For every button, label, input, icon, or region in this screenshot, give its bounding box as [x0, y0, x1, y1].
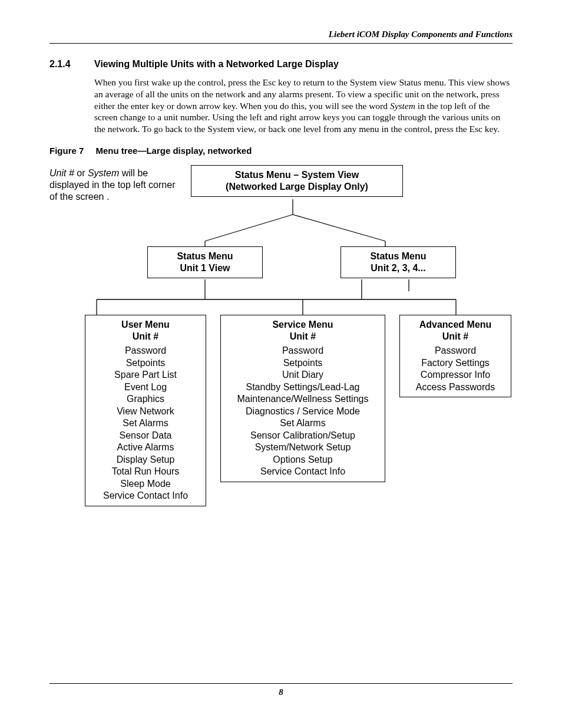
- menu-item: Access Passwords: [405, 381, 506, 393]
- figure-label: Figure 7: [49, 146, 84, 156]
- box-title: Service Menu: [226, 319, 380, 331]
- box-status-system-view: Status Menu – System View (Networked Lar…: [191, 165, 403, 197]
- menu-item: Factory Settings: [405, 357, 506, 369]
- menu-item: Graphics: [90, 393, 201, 405]
- body-paragraph: When you first wake up the control, pres…: [94, 77, 513, 135]
- figure-caption: Figure 7 Menu tree—Large display, networ…: [49, 146, 513, 156]
- note-italic-2: System: [88, 168, 119, 178]
- menu-item: Sensor Calibration/Setup: [226, 430, 380, 442]
- svg-line-1: [205, 215, 293, 241]
- box-status-unit-n: Status Menu Unit 2, 3, 4...: [340, 246, 456, 278]
- section-heading: 2.1.4 Viewing Multiple Units with a Netw…: [49, 59, 513, 70]
- box-line: Status Menu: [346, 251, 451, 262]
- menu-item: Total Run Hours: [90, 466, 201, 477]
- menu-item: Active Alarms: [90, 442, 201, 453]
- svg-line-2: [293, 215, 385, 241]
- box-title: User Menu: [90, 319, 201, 331]
- box-items: PasswordSetpointsSpare Part ListEvent Lo…: [90, 345, 201, 502]
- menu-item: Service Contact Info: [90, 490, 201, 502]
- box-status-unit1: Status Menu Unit 1 View: [147, 246, 263, 278]
- menu-item: Options Setup: [226, 454, 380, 466]
- box-items: PasswordSetpointsUnit DiaryStandby Setti…: [226, 345, 380, 477]
- section-number: 2.1.4: [49, 59, 94, 70]
- menu-item: Unit Diary: [226, 369, 380, 381]
- menu-item: Set Alarms: [226, 417, 380, 429]
- menu-item: Service Contact Info: [226, 466, 380, 477]
- menu-item: Sleep Mode: [90, 478, 201, 490]
- box-line: (Networked Large Display Only): [196, 181, 398, 193]
- menu-item: Diagnostics / Service Mode: [226, 406, 380, 417]
- box-items: PasswordFactory SettingsCompressor InfoA…: [405, 345, 506, 393]
- box-line: Unit 1 View: [153, 262, 257, 274]
- note-italic-1: Unit #: [49, 168, 77, 178]
- diagram-note: Unit # or System will be displayed in th…: [49, 167, 179, 203]
- figure-title: Menu tree—Large display, networked: [96, 146, 252, 156]
- box-line: Unit 2, 3, 4...: [346, 262, 451, 274]
- box-line: Status Menu – System View: [196, 169, 398, 181]
- box-title: Advanced Menu: [405, 319, 506, 331]
- menu-item: Display Setup: [90, 454, 201, 466]
- page-number: 8: [279, 687, 283, 697]
- menu-item: Password: [226, 345, 380, 357]
- box-user-menu: User Menu Unit # PasswordSetpointsSpare …: [85, 315, 206, 506]
- menu-item: Set Alarms: [90, 417, 201, 429]
- menu-item: System/Network Setup: [226, 442, 380, 453]
- box-title: Unit #: [90, 331, 201, 342]
- menu-item: Event Log: [90, 381, 201, 393]
- menu-item: Spare Part List: [90, 369, 201, 381]
- menu-item: View Network: [90, 406, 201, 417]
- box-service-menu: Service Menu Unit # PasswordSetpointsUni…: [220, 315, 385, 482]
- page-footer: 8: [49, 683, 513, 697]
- menu-item: Compressor Info: [405, 369, 506, 381]
- menu-tree-diagram: Unit # or System will be displayed in th…: [49, 162, 513, 533]
- menu-item: Maintenance/Wellness Settings: [226, 393, 380, 405]
- note-text-1: or: [77, 168, 88, 178]
- menu-item: Setpoints: [226, 357, 380, 369]
- menu-item: Standby Settings/Lead-Lag: [226, 381, 380, 393]
- page: Liebert iCOM Display Components and Func…: [0, 0, 562, 728]
- box-line: Status Menu: [153, 251, 257, 262]
- menu-item: Password: [90, 345, 201, 357]
- menu-item: Password: [405, 345, 506, 357]
- running-head: Liebert iCOM Display Components and Func…: [49, 29, 513, 44]
- box-title: Unit #: [226, 331, 380, 342]
- menu-item: Setpoints: [90, 357, 201, 369]
- menu-item: Sensor Data: [90, 430, 201, 442]
- box-advanced-menu: Advanced Menu Unit # PasswordFactory Set…: [399, 315, 511, 397]
- box-title: Unit #: [405, 331, 506, 342]
- section-title: Viewing Multiple Units with a Networked …: [94, 59, 339, 70]
